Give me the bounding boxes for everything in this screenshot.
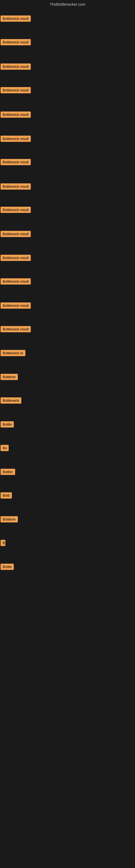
- bottleneck-badge-16[interactable]: Bottlene: [1, 374, 18, 380]
- bottleneck-item-17: Bottleneck: [1, 397, 21, 405]
- bottleneck-item-16: Bottlene: [1, 374, 18, 381]
- bottleneck-item-1: Bottleneck result: [1, 16, 31, 23]
- bottleneck-item-23: B: [1, 540, 5, 547]
- bottleneck-badge-24[interactable]: Bottle: [1, 564, 14, 570]
- bottleneck-item-21: Bottl: [1, 492, 12, 500]
- bottleneck-badge-5[interactable]: Bottleneck result: [1, 112, 31, 118]
- bottleneck-badge-7[interactable]: Bottleneck result: [1, 159, 31, 165]
- bottleneck-badge-18[interactable]: Bottle: [1, 421, 14, 428]
- bottleneck-badge-1[interactable]: Bottleneck result: [1, 16, 31, 22]
- bottleneck-badge-19[interactable]: Bo: [1, 445, 9, 451]
- bottleneck-badge-4[interactable]: Bottleneck result: [1, 87, 31, 93]
- bottleneck-item-3: Bottleneck result: [1, 63, 31, 71]
- bottleneck-item-11: Bottleneck result: [1, 255, 31, 262]
- bottleneck-badge-21[interactable]: Bottl: [1, 492, 12, 499]
- bottleneck-item-14: Bottleneck result: [1, 326, 31, 333]
- bottleneck-badge-2[interactable]: Bottleneck result: [1, 39, 31, 45]
- bottleneck-item-22: Bottlene: [1, 516, 18, 524]
- bottleneck-badge-9[interactable]: Bottleneck result: [1, 207, 31, 213]
- bottleneck-badge-23[interactable]: B: [1, 540, 5, 546]
- site-title: TheBottlenecker.com: [0, 0, 135, 9]
- bottleneck-item-13: Bottleneck result: [1, 303, 31, 310]
- bottleneck-badge-3[interactable]: Bottleneck result: [1, 63, 31, 70]
- bottleneck-item-2: Bottleneck result: [1, 39, 31, 46]
- bottleneck-badge-8[interactable]: Bottleneck result: [1, 183, 31, 190]
- bottleneck-badge-15[interactable]: Bottleneck re: [1, 350, 26, 356]
- bottleneck-item-10: Bottleneck result: [1, 231, 31, 238]
- bottleneck-item-20: Bottler: [1, 469, 15, 476]
- bottleneck-badge-14[interactable]: Bottleneck result: [1, 326, 31, 332]
- bottleneck-item-19: Bo: [1, 445, 9, 452]
- bottleneck-item-12: Bottleneck result: [1, 278, 31, 286]
- bottleneck-badge-6[interactable]: Bottleneck result: [1, 135, 31, 142]
- bottleneck-badge-10[interactable]: Bottleneck result: [1, 231, 31, 237]
- bottleneck-badge-12[interactable]: Bottleneck result: [1, 278, 31, 284]
- bottleneck-badge-17[interactable]: Bottleneck: [1, 397, 21, 404]
- bottleneck-item-24: Bottle: [1, 564, 14, 571]
- bottleneck-badge-22[interactable]: Bottlene: [1, 516, 18, 522]
- bottleneck-item-6: Bottleneck result: [1, 135, 31, 143]
- bottleneck-item-15: Bottleneck re: [1, 350, 26, 357]
- bottleneck-badge-20[interactable]: Bottler: [1, 469, 15, 475]
- bottleneck-item-8: Bottleneck result: [1, 183, 31, 191]
- bottleneck-badge-13[interactable]: Bottleneck result: [1, 303, 31, 309]
- bottleneck-badge-11[interactable]: Bottleneck result: [1, 255, 31, 261]
- bottleneck-item-18: Bottle: [1, 421, 14, 429]
- bottleneck-item-9: Bottleneck result: [1, 207, 31, 214]
- bottleneck-item-4: Bottleneck result: [1, 87, 31, 94]
- bottleneck-item-5: Bottleneck result: [1, 112, 31, 119]
- bottleneck-item-7: Bottleneck result: [1, 159, 31, 166]
